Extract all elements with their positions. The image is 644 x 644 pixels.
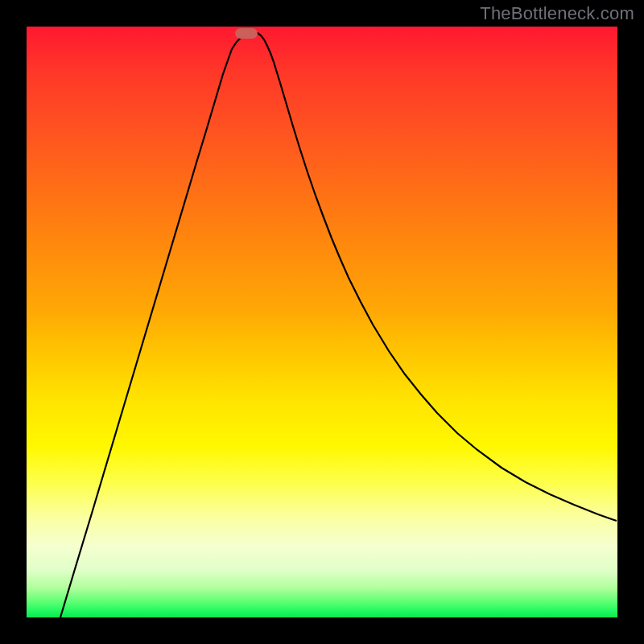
plot-area bbox=[27, 27, 617, 617]
curve-path bbox=[60, 32, 617, 617]
watermark-text: TheBottleneck.com bbox=[480, 3, 634, 24]
chart-frame: TheBottleneck.com bbox=[0, 0, 644, 644]
bottleneck-curve bbox=[27, 27, 617, 617]
optimal-marker bbox=[235, 28, 258, 39]
